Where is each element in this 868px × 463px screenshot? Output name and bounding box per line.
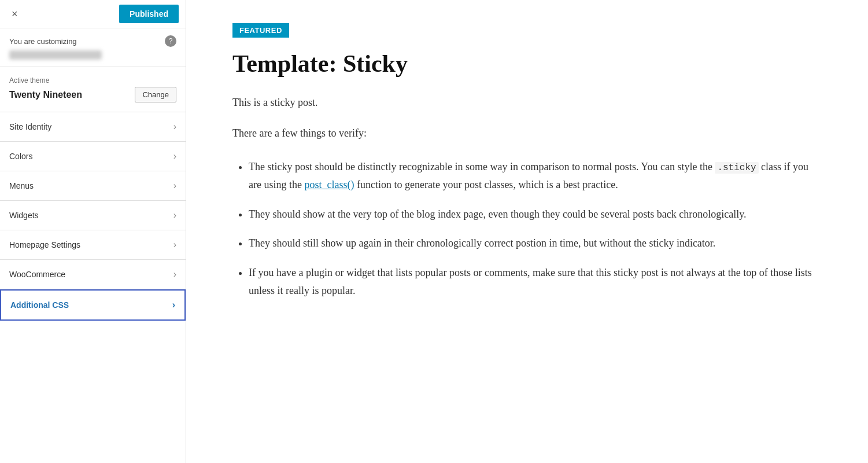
- chevron-right-icon: ›: [173, 151, 176, 161]
- list-item: They should still show up again in their…: [249, 234, 822, 252]
- list-item: They should show at the very top of the …: [249, 205, 822, 223]
- featured-badge: FEATURED: [232, 23, 289, 38]
- sidebar-item-woocommerce[interactable]: WooCommerce ›: [0, 260, 186, 289]
- sidebar-item-label: Homepage Settings: [9, 240, 80, 249]
- sidebar-header: × Published: [0, 0, 186, 28]
- sidebar-item-label: WooCommerce: [9, 270, 65, 279]
- site-url-blurred: [9, 50, 102, 60]
- close-button[interactable]: ×: [7, 6, 23, 21]
- chevron-right-icon: ›: [173, 240, 176, 250]
- post-verify: There are a few things to verify:: [232, 125, 822, 142]
- active-theme-section: Active theme Twenty Nineteen Change: [0, 67, 186, 112]
- active-theme-label: Active theme: [9, 76, 176, 84]
- sidebar-item-label: Widgets: [9, 211, 39, 220]
- close-icon: ×: [12, 8, 18, 20]
- active-theme-name: Twenty Nineteen: [9, 90, 82, 100]
- post-class-link[interactable]: post_class(): [304, 179, 354, 190]
- sidebar-item-colors[interactable]: Colors ›: [0, 142, 186, 171]
- chevron-right-icon: ›: [172, 300, 175, 310]
- post-list: The sticky post should be distinctly rec…: [232, 158, 822, 299]
- sidebar-item-label: Colors: [9, 152, 32, 161]
- chevron-right-icon: ›: [173, 122, 176, 132]
- help-icon[interactable]: ?: [165, 35, 176, 47]
- active-theme-row: Twenty Nineteen Change: [9, 87, 176, 102]
- customizing-section: You are customizing ?: [0, 28, 186, 67]
- post-title: Template: Sticky: [232, 49, 822, 78]
- inline-code: .sticky: [715, 162, 758, 174]
- sidebar-item-site-identity[interactable]: Site Identity ›: [0, 112, 186, 142]
- chevron-right-icon: ›: [173, 269, 176, 280]
- sidebar: × Published You are customizing ? Active…: [0, 0, 186, 463]
- nav-list: Site Identity › Colors › Menus › Widgets…: [0, 112, 186, 321]
- sidebar-item-widgets[interactable]: Widgets ›: [0, 201, 186, 230]
- sidebar-item-label: Menus: [9, 181, 34, 190]
- main-content: FEATURED Template: Sticky This is a stic…: [186, 0, 868, 463]
- sidebar-item-label: Additional CSS: [10, 300, 69, 310]
- change-theme-button[interactable]: Change: [135, 87, 176, 102]
- customizing-label: You are customizing: [9, 37, 77, 46]
- customizing-row: You are customizing ?: [9, 35, 176, 47]
- chevron-right-icon: ›: [173, 210, 176, 221]
- sidebar-item-homepage-settings[interactable]: Homepage Settings ›: [0, 230, 186, 260]
- sidebar-item-label: Site Identity: [9, 122, 51, 131]
- post-intro: This is a sticky post.: [232, 94, 822, 111]
- published-button[interactable]: Published: [119, 5, 179, 23]
- list-item: If you have a plugin or widget that list…: [249, 264, 822, 299]
- sidebar-item-additional-css[interactable]: Additional CSS ›: [0, 289, 186, 321]
- chevron-right-icon: ›: [173, 181, 176, 191]
- list-item: The sticky post should be distinctly rec…: [249, 158, 822, 194]
- sidebar-item-menus[interactable]: Menus ›: [0, 171, 186, 201]
